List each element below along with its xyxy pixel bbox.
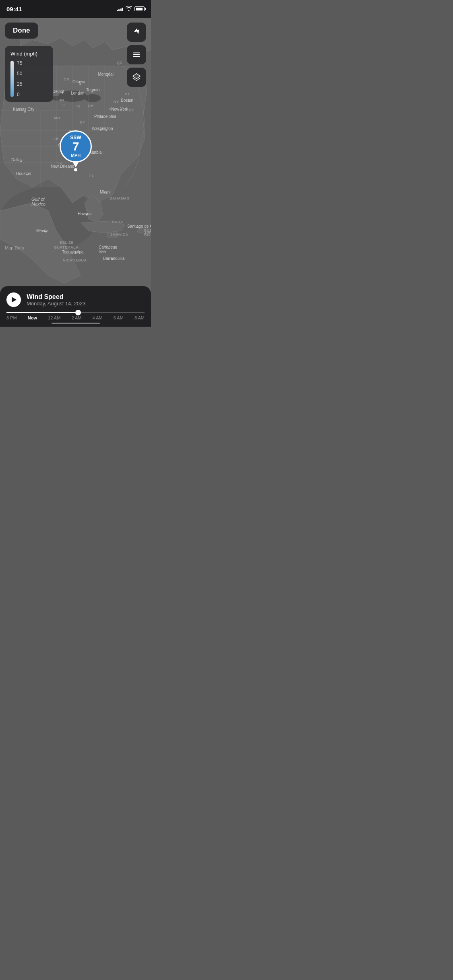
wind-label-50: 50 xyxy=(17,71,22,76)
scrubber-fill xyxy=(6,312,78,313)
wind-speed-value: 7 xyxy=(72,140,79,152)
player-title: Wind Speed xyxy=(27,293,85,301)
home-indicator xyxy=(52,323,100,324)
wind-legend: Wind (mph) 75 50 25 0 xyxy=(5,46,53,102)
status-time: 09:41 xyxy=(6,6,22,12)
timeline-6am: 6 AM xyxy=(114,315,124,320)
wind-speed-unit: MPH xyxy=(71,152,81,158)
play-triangle-icon xyxy=(12,297,17,303)
svg-point-5 xyxy=(85,94,101,102)
scrubber-thumb[interactable] xyxy=(75,310,81,315)
timeline-now: Now xyxy=(28,315,37,320)
player-top: Wind Speed Monday, August 14, 2023 xyxy=(6,292,145,307)
wifi-icon xyxy=(126,6,132,12)
wind-legend-labels: 75 50 25 0 xyxy=(17,61,22,97)
wind-label-75: 75 xyxy=(17,61,22,66)
svg-point-3 xyxy=(137,229,151,233)
status-icons xyxy=(117,6,145,12)
layers-icon xyxy=(132,73,141,82)
wind-marker-circle: SSW 7 MPH xyxy=(60,130,92,163)
location-button[interactable] xyxy=(127,23,146,42)
timeline-scrubber[interactable]: 8 PM Now 12 AM 2 AM 4 AM 6 AM 8 AM xyxy=(6,312,145,320)
wind-label-0: 0 xyxy=(17,92,22,97)
wind-label-25: 25 xyxy=(17,82,22,86)
wind-color-scale xyxy=(10,61,14,97)
done-button[interactable]: Done xyxy=(5,23,38,39)
list-icon xyxy=(132,50,141,59)
timeline-12am: 12 AM xyxy=(48,315,60,320)
wind-legend-title: Wind (mph) xyxy=(10,51,48,57)
layers-button[interactable] xyxy=(127,68,146,87)
svg-marker-19 xyxy=(133,74,140,79)
timeline-8pm: 8 PM xyxy=(6,315,17,320)
bottom-player: Wind Speed Monday, August 14, 2023 8 PM … xyxy=(0,286,151,327)
wind-marker-dot xyxy=(74,168,77,171)
status-bar: 09:41 xyxy=(0,0,151,18)
timeline-labels: 8 PM Now 12 AM 2 AM 4 AM 6 AM 8 AM xyxy=(6,315,145,320)
map-data-label: Map Data xyxy=(5,245,24,250)
battery-icon xyxy=(134,6,145,11)
scrubber-track xyxy=(6,312,145,313)
wind-marker-pin xyxy=(72,162,79,167)
play-button[interactable] xyxy=(6,292,21,307)
timeline-2am: 2 AM xyxy=(71,315,81,320)
list-button[interactable] xyxy=(127,45,146,64)
signal-icon xyxy=(117,6,124,11)
player-info: Wind Speed Monday, August 14, 2023 xyxy=(27,293,85,307)
wind-marker: SSW 7 MPH xyxy=(60,130,92,171)
map-container[interactable]: Montréal Ottawa Toronto Boston New York … xyxy=(0,18,151,327)
timeline-8am: 8 AM xyxy=(134,315,145,320)
location-arrow-icon xyxy=(132,28,141,37)
player-subtitle: Monday, August 14, 2023 xyxy=(27,301,85,307)
wind-legend-bar: 75 50 25 0 xyxy=(10,61,48,97)
top-right-controls xyxy=(127,23,146,87)
svg-point-2 xyxy=(107,232,119,238)
timeline-4am: 4 AM xyxy=(93,315,103,320)
